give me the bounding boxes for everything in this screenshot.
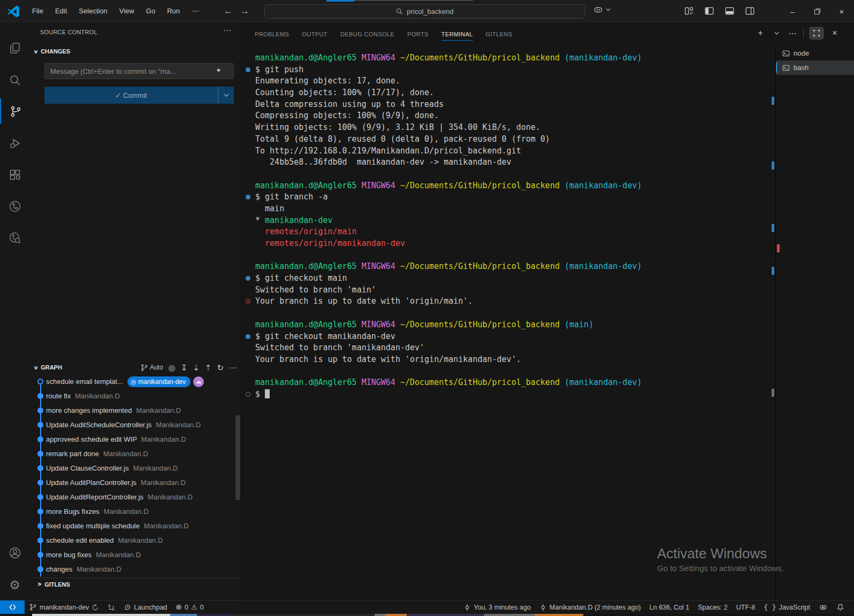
status-notifications[interactable] [832,600,849,614]
source-control-sidebar: SOURCE CONTROL ⋯ ∨ CHANGES Message (Ctrl… [29,22,241,600]
copilot-sparkle-icon[interactable]: ✦ [216,66,222,74]
terminal-label: node [794,49,809,57]
status-remote-indicator[interactable] [0,600,25,614]
changes-section-header[interactable]: ∨ CHANGES [34,48,70,55]
commit-row[interactable]: more Bugs fixzesManikandan.D [29,504,241,519]
customize-layout-icon[interactable] [683,5,695,17]
panel-tab-output[interactable]: OUTPUT [302,28,327,41]
commit-row[interactable]: schedule edit enabledManikandan.D [29,533,241,548]
minimize-button[interactable]: – [780,0,805,22]
commit-row[interactable]: more bug fixesManikandan.D [29,548,241,562]
activity-extensions-icon[interactable] [0,162,29,188]
commit-row[interactable]: schedule email templat...◎manikandan-dev… [29,374,241,389]
ruler-mark [772,267,774,275]
sidebar-scrollbar[interactable] [235,415,240,500]
graph-target-icon[interactable]: ◎ [169,364,176,372]
terminal-line: $ git checkout manikandan-dev [242,331,775,343]
close-button[interactable]: × [829,0,854,22]
terminal-content[interactable]: manikandan.d@Angler65 MINGW64 ~/Document… [242,46,775,600]
commit-dot [37,494,43,500]
commit-row[interactable]: route fixManikandan.D [29,389,241,403]
status-branch-status[interactable]: manikandan-dev [25,600,103,614]
menu-selection[interactable]: Selection [73,4,113,18]
activity-source-control-icon[interactable] [0,98,29,124]
menu-file[interactable]: File [26,4,49,18]
panel-tab-terminal[interactable]: TERMINAL [441,28,473,41]
commit-button[interactable]: ✓ Commit [44,87,234,104]
commit-row[interactable]: Update AuditReportController.jsManikanda… [29,490,241,504]
sidebar-more-actions[interactable]: ⋯ [223,26,231,35]
commit-row[interactable]: Update AuditPlanController.jsManikandan.… [29,475,241,490]
toggle-primary-sidebar-icon[interactable] [703,5,715,17]
activity-explorer-icon[interactable] [0,35,29,61]
gitlens-section-header[interactable]: ∨ GITLENS [29,578,241,590]
copilot-icon[interactable] [593,4,604,15]
activity-gitlens-icon[interactable] [0,194,29,219]
commit-row[interactable]: approveed schedule edit WIPManikandan.D [29,432,241,446]
activate-windows-watermark: Activate Windows [657,545,767,562]
status-gitlens-commit-graph[interactable] [103,600,119,614]
commit-row[interactable]: Update AuditScheduleController.jsManikan… [29,418,241,432]
commit-row[interactable]: more changes implementedManikandan.D [29,403,241,418]
status-copilot-status[interactable] [814,600,832,614]
activity-search-icon[interactable] [0,67,29,93]
status-cursor-position[interactable]: Ln 636, Col 1 [645,600,693,614]
status-blame-you[interactable]: You, 3 minutes ago [459,600,535,614]
cloud-icon[interactable]: ☁ [193,376,204,387]
activity-settings-icon[interactable]: ⚙ [0,572,29,598]
new-terminal-button[interactable]: + [755,27,766,40]
chevron-down-icon[interactable] [606,8,611,11]
menu-go[interactable]: Go [140,4,161,18]
menu-run[interactable]: Run [161,4,186,18]
commit-row[interactable]: Update ClauseController.jsManikandan.D [29,461,241,475]
progress-accent [326,0,354,2]
toggle-panel-icon[interactable] [723,5,735,17]
close-panel-button[interactable]: × [829,27,840,40]
panel-tab-gitlens[interactable]: GITLENS [486,28,513,41]
menu-bar: FileEditSelectionViewGoRun [26,4,186,18]
activity-gitlens-inspect-icon[interactable] [0,225,29,251]
commit-row[interactable]: fixed update multiple scheduleManikandan… [29,519,241,533]
graph-refresh-icon[interactable]: ↻ [217,364,224,372]
status-indentation[interactable]: Spaces: 2 [693,600,732,614]
commit-dropdown-button[interactable] [218,87,234,104]
panel-tab-ports[interactable]: PORTS [407,28,429,41]
terminal-instance-bash[interactable]: bash [776,60,854,75]
toggle-secondary-sidebar-icon[interactable] [744,5,756,17]
graph-push-icon[interactable]: ⇡ [205,364,212,372]
status-encoding[interactable]: UTF-8 [732,600,759,614]
command-center-search[interactable]: pricol_backend [264,4,585,19]
status-blame-author[interactable]: Manikandan.D (2 minutes ago) [535,600,645,614]
panel-tab-debug-console[interactable]: DEBUG CONSOLE [340,28,394,41]
activity-run-and-debug-icon[interactable] [0,130,29,156]
activity-accounts-icon[interactable] [0,540,29,566]
status-bar: manikandan-devLaunchpad⊗0⚠0 You, 3 minut… [0,600,854,614]
commit-author: Manikandan.D [118,536,163,544]
panel-tab-problems[interactable]: PROBLEMS [255,28,289,41]
menu-more[interactable]: ⋯ [186,4,205,18]
status-language-mode[interactable]: { }JavaScript [759,600,814,614]
graph-section-header[interactable]: ∨ GRAPH [34,364,62,371]
forward-button[interactable]: → [240,6,249,17]
commit-row[interactable]: changesManikandan.D [29,562,241,576]
status-launchpad[interactable]: Launchpad [119,600,171,614]
maximize-panel-button[interactable] [809,27,824,40]
menu-view[interactable]: View [113,4,140,18]
terminal-profile-dropdown[interactable] [771,27,782,40]
commit-message-input[interactable]: Message (Ctrl+Enter to commit on "ma... [44,63,234,79]
menu-edit[interactable]: Edit [49,4,73,18]
terminal-line [242,307,775,319]
graph-pull-icon[interactable]: ⇣ [193,364,200,372]
graph-fetch-icon[interactable]: ↧ [181,364,188,372]
terminal-instance-node[interactable]: node [776,46,854,60]
graph-branch-auto-icon[interactable]: Auto [140,364,163,372]
commit-author: Manikandan.D [136,406,181,414]
back-button[interactable]: ← [224,6,233,17]
graph-more-icon[interactable]: ⋯ [229,364,237,372]
vscode-logo-icon [7,5,20,18]
status-problems-status[interactable]: ⊗0⚠0 [171,600,208,614]
branch-badge[interactable]: ◎manikandan-dev [127,376,190,387]
commit-row[interactable]: remark part doneManikandan.D [29,446,241,461]
restore-button[interactable] [805,0,829,22]
panel-more-actions[interactable]: ⋯ [787,27,798,40]
